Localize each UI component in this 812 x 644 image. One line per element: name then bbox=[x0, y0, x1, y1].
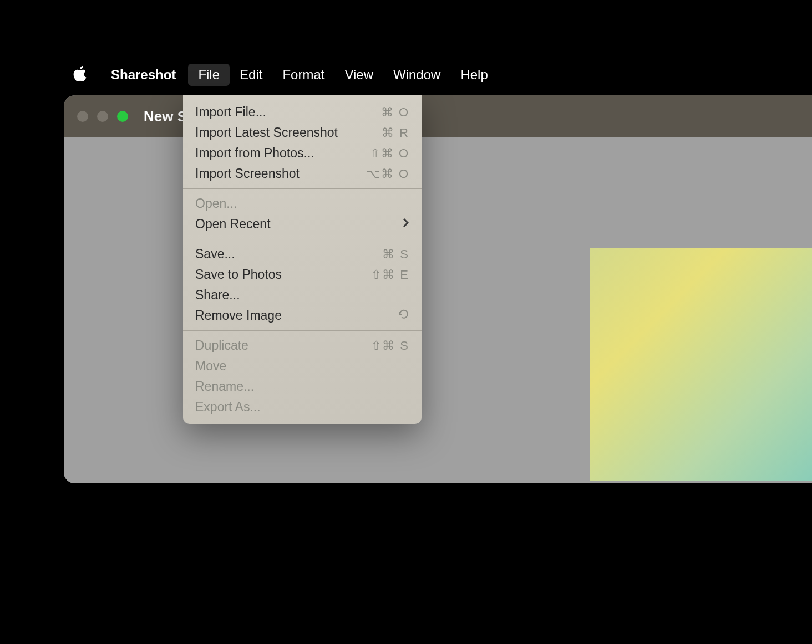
file-menu-dropdown: Import File... ⌘ O Import Latest Screens… bbox=[183, 95, 422, 424]
menu-item-label: Remove Image bbox=[195, 308, 282, 323]
titlebar: New S bbox=[64, 95, 812, 137]
chevron-right-icon bbox=[403, 218, 409, 231]
undo-icon bbox=[398, 309, 409, 323]
menu-item-shortcut: ⇧⌘ E bbox=[371, 268, 409, 282]
menu-item-label: Share... bbox=[195, 288, 240, 303]
menu-item-label: Save... bbox=[195, 247, 235, 262]
traffic-lights bbox=[77, 111, 128, 122]
menu-item-label: Export As... bbox=[195, 400, 261, 415]
menu-item-label: Duplicate bbox=[195, 338, 248, 353]
menu-format[interactable]: Format bbox=[272, 64, 334, 86]
window-title: New S bbox=[144, 108, 187, 125]
menu-item-label: Open... bbox=[195, 196, 237, 211]
menu-item-shortcut: ⌘ R bbox=[382, 126, 409, 140]
menu-item-label: Move bbox=[195, 359, 226, 374]
app-window: New S bbox=[64, 95, 812, 483]
minimize-button[interactable] bbox=[97, 111, 108, 122]
menu-import-file[interactable]: Import File... ⌘ O bbox=[183, 102, 422, 122]
menu-item-label: Rename... bbox=[195, 379, 254, 394]
menu-separator bbox=[183, 330, 422, 331]
menu-share[interactable]: Share... bbox=[183, 285, 422, 305]
menu-separator bbox=[183, 188, 422, 189]
menubar: Shareshot File Edit Format View Window H… bbox=[72, 64, 498, 86]
menu-window[interactable]: Window bbox=[383, 64, 450, 86]
app-name[interactable]: Shareshot bbox=[103, 64, 184, 86]
menu-file[interactable]: File bbox=[188, 64, 230, 86]
menu-open-recent[interactable]: Open Recent bbox=[183, 214, 422, 234]
menu-rename: Rename... bbox=[183, 376, 422, 397]
menu-item-label: Import File... bbox=[195, 105, 266, 120]
apple-logo-icon[interactable] bbox=[72, 65, 87, 85]
menu-item-label: Import Latest Screenshot bbox=[195, 125, 338, 140]
menu-separator bbox=[183, 239, 422, 239]
menu-import-latest-screenshot[interactable]: Import Latest Screenshot ⌘ R bbox=[183, 122, 422, 143]
menu-import-screenshot[interactable]: Import Screenshot ⌥⌘ O bbox=[183, 163, 422, 184]
menu-item-label: Import from Photos... bbox=[195, 146, 314, 161]
menu-item-shortcut: ⌘ S bbox=[382, 247, 409, 262]
menu-view[interactable]: View bbox=[334, 64, 383, 86]
menu-edit[interactable]: Edit bbox=[230, 64, 272, 86]
menu-import-from-photos[interactable]: Import from Photos... ⇧⌘ O bbox=[183, 143, 422, 163]
menu-duplicate: Duplicate ⇧⌘ S bbox=[183, 335, 422, 356]
maximize-button[interactable] bbox=[117, 111, 128, 122]
menu-export-as: Export As... bbox=[183, 397, 422, 417]
menu-item-shortcut: ⇧⌘ O bbox=[370, 146, 409, 161]
canvas-area bbox=[64, 137, 812, 483]
menu-move: Move bbox=[183, 356, 422, 376]
menu-remove-image[interactable]: Remove Image bbox=[183, 305, 422, 326]
menu-item-shortcut: ⇧⌘ S bbox=[371, 339, 409, 353]
menu-item-label: Open Recent bbox=[195, 217, 271, 232]
menu-item-label: Save to Photos bbox=[195, 267, 282, 282]
close-button[interactable] bbox=[77, 111, 88, 122]
menu-item-label: Import Screenshot bbox=[195, 166, 300, 181]
menu-item-shortcut: ⌘ O bbox=[381, 105, 409, 120]
menu-save[interactable]: Save... ⌘ S bbox=[183, 244, 422, 264]
menu-help[interactable]: Help bbox=[450, 64, 498, 86]
menu-save-to-photos[interactable]: Save to Photos ⇧⌘ E bbox=[183, 264, 422, 285]
menu-open: Open... bbox=[183, 193, 422, 214]
menu-item-shortcut: ⌥⌘ O bbox=[366, 167, 409, 181]
image-preview bbox=[590, 248, 812, 481]
